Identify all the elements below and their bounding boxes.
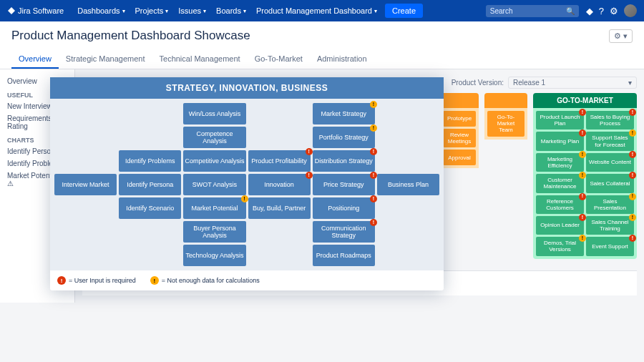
overlay-tile[interactable]: Innovation! <box>248 174 311 195</box>
tile[interactable]: Prototype <box>443 111 476 127</box>
tile[interactable]: Reference Customers! <box>536 195 584 214</box>
tile[interactable]: Go-To-Market Team <box>487 111 525 137</box>
tile[interactable]: Approval <box>443 150 476 165</box>
warning-badge-icon: ! <box>629 193 636 200</box>
overlay-tile[interactable]: Technology Analysis <box>183 245 245 266</box>
overlay-tile[interactable]: Buyer Persona Analysis <box>183 221 245 243</box>
search-input[interactable] <box>490 7 566 15</box>
overlay-tile[interactable]: Competitive Analysis <box>183 150 245 172</box>
overlay-tile[interactable]: Market Strategy! <box>313 103 375 124</box>
overlay-tile[interactable]: Win/Loss Analysis <box>183 103 245 124</box>
warning-badge-icon: ! <box>370 101 377 108</box>
tile[interactable]: Sales to Buying Process! <box>586 111 634 129</box>
tile[interactable]: Customer Maintenance! <box>536 174 584 192</box>
overlay-title: STRATEGY, INNOVATION, BUSINESS <box>50 77 444 99</box>
jira-logo[interactable]: Jira Software <box>7 6 64 15</box>
create-button[interactable]: Create <box>385 4 423 18</box>
tab-overview[interactable]: Overview <box>11 50 59 69</box>
tile[interactable]: Product Launch Plan! <box>536 111 584 129</box>
settings-icon[interactable]: ⚙ <box>610 6 618 16</box>
tile[interactable]: Marketing Plan! <box>536 132 584 150</box>
page-title: Product Management Dashboard Showcase <box>11 29 250 43</box>
overlay-tile[interactable]: Positioning! <box>313 197 375 219</box>
overlay-tile[interactable]: Identify Problems <box>119 150 181 172</box>
tile[interactable]: Event Support! <box>586 237 634 255</box>
overlay-tile[interactable]: Product Roadmaps <box>313 245 375 266</box>
nav-item-boards[interactable]: Boards ▾ <box>211 6 251 15</box>
warning-badge-icon: ! <box>579 214 586 221</box>
warning-badge-icon: ! <box>306 172 313 179</box>
overlay-tile[interactable]: Business Plan <box>377 174 439 195</box>
legend-red-icon: ! <box>57 276 66 285</box>
overlay-tile[interactable]: Price Strategy! <box>313 174 375 195</box>
column-head-c2 <box>440 93 479 108</box>
warning-badge-icon: ! <box>241 195 248 202</box>
chevron-down-icon: ▾ <box>122 8 125 14</box>
warning-badge-icon: ! <box>629 151 636 158</box>
overlay-tile[interactable]: Portfolio Strategy! <box>313 127 375 148</box>
warning-badge-icon: ! <box>579 235 586 242</box>
tab-strategic-management[interactable]: Strategic Management <box>59 50 152 69</box>
tile[interactable]: Marketing Efficiency! <box>536 153 584 172</box>
notifications-icon[interactable]: ◆ <box>586 6 593 16</box>
search-icon: 🔍 <box>566 7 575 15</box>
warning-badge-icon: ! <box>579 109 586 116</box>
warning-badge-icon: ! <box>579 129 586 137</box>
tile[interactable]: Sales Presentation! <box>586 195 634 214</box>
warning-badge-icon: ! <box>629 109 636 116</box>
product-version-label: Product Version: <box>452 79 504 87</box>
warning-badge-icon: ! <box>579 151 586 158</box>
overlay-tile[interactable]: Buy, Build, Partner <box>248 197 311 219</box>
search-box[interactable]: 🔍 <box>486 5 579 17</box>
overlay-tile[interactable]: Competence Analysis <box>183 127 245 148</box>
user-avatar[interactable] <box>624 4 637 17</box>
warning-badge-icon: ! <box>370 172 377 179</box>
chevron-down-icon: ▾ <box>243 8 246 14</box>
warning-badge-icon: ! <box>370 148 377 155</box>
overlay-tile[interactable]: Interview Market <box>54 174 117 195</box>
nav-item-product-management-dashboard[interactable]: Product Management Dashboard ▾ <box>251 6 382 15</box>
chevron-down-icon: ▾ <box>374 8 377 14</box>
tile[interactable]: Support Sales for Forecast! <box>586 132 634 150</box>
product-version-select[interactable]: Release 1 ▾ <box>508 77 637 89</box>
nav-item-dashboards[interactable]: Dashboards ▾ <box>72 6 130 15</box>
chevron-down-icon: ▾ <box>203 8 206 14</box>
product-version-value: Release 1 <box>513 79 545 87</box>
tab-administration[interactable]: Administration <box>310 50 374 69</box>
tile[interactable]: Sales Collateral! <box>586 174 634 192</box>
logo-text: Jira Software <box>18 6 64 15</box>
tile[interactable]: Website Content! <box>586 153 634 172</box>
overlay-tile[interactable]: Market Potential! <box>183 197 245 219</box>
overlay-tile[interactable]: Distribution Strategy! <box>313 150 375 172</box>
nav-item-projects[interactable]: Projects ▾ <box>130 6 174 15</box>
warning-badge-icon: ! <box>370 124 377 132</box>
tab-technical-management[interactable]: Technical Management <box>152 50 248 69</box>
warning-badge-icon: ! <box>629 129 636 137</box>
nav-item-issues[interactable]: Issues ▾ <box>173 6 211 15</box>
overlay-tile[interactable]: SWOT Analysis <box>183 174 245 195</box>
tile[interactable]: Review Meetings <box>443 129 476 147</box>
legend-yellow-icon: ! <box>150 276 159 285</box>
tile[interactable]: Opinion Leader! <box>536 216 584 235</box>
tile[interactable]: Sales Channel Training! <box>586 216 634 235</box>
warning-badge-icon: ! <box>629 172 636 179</box>
column-head-gtm: GO-TO-MARKET <box>533 93 637 108</box>
chevron-down-icon: ▾ <box>165 8 168 14</box>
overlay-tile[interactable]: Product Profitability! <box>248 150 311 172</box>
warning-badge-icon: ! <box>306 148 313 155</box>
legend-yellow-text: = Not enough data for calculations <box>162 277 260 284</box>
help-icon[interactable]: ? <box>599 6 604 16</box>
overlay-tile[interactable]: Communication Strategy! <box>313 221 375 243</box>
warning-badge-icon: ! <box>629 235 636 242</box>
overlay-tile[interactable]: Identify Persona <box>119 174 181 195</box>
warning-badge-icon: ! <box>370 195 377 202</box>
legend-red-text: = User Input is required <box>69 277 136 284</box>
page-settings-button[interactable]: ⚙ ▾ <box>609 29 633 43</box>
warning-badge-icon: ! <box>370 219 377 226</box>
warning-badge-icon: ! <box>579 193 586 200</box>
column-head-c3 <box>484 93 527 108</box>
warning-badge-icon: ! <box>629 214 636 221</box>
tile[interactable]: Demos, Trial Versions! <box>536 237 584 255</box>
tab-go-to-market[interactable]: Go-To-Market <box>248 50 310 69</box>
overlay-tile[interactable]: Identify Scenario <box>119 197 181 219</box>
